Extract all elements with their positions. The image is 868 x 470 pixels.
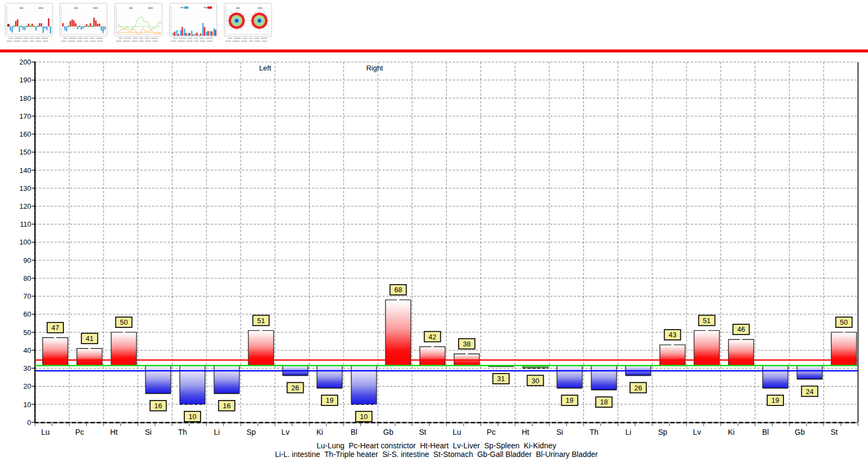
svg-text:19: 19 xyxy=(771,396,779,404)
svg-text:10: 10 xyxy=(23,401,31,409)
svg-text:Th: Th xyxy=(590,428,599,436)
svg-text:Li: Li xyxy=(626,428,632,436)
svg-text:160: 160 xyxy=(20,130,31,138)
svg-text:140: 140 xyxy=(20,166,31,175)
svg-text:170: 170 xyxy=(20,112,31,120)
svg-text:10: 10 xyxy=(360,413,368,421)
svg-text:90: 90 xyxy=(23,256,31,265)
svg-text:68: 68 xyxy=(394,286,402,294)
svg-text:Th: Th xyxy=(178,428,187,436)
svg-text:St: St xyxy=(831,428,838,436)
svg-text:Si: Si xyxy=(556,428,563,436)
svg-text:20: 20 xyxy=(23,382,31,390)
svg-text:Gb: Gb xyxy=(795,428,805,436)
svg-text:180: 180 xyxy=(20,94,31,102)
svg-text:42: 42 xyxy=(428,333,436,341)
svg-text:18: 18 xyxy=(600,398,608,406)
svg-text:24: 24 xyxy=(806,388,813,396)
svg-text:30: 30 xyxy=(531,377,539,385)
svg-text:Bl: Bl xyxy=(351,428,357,436)
svg-text:Lv: Lv xyxy=(693,428,701,436)
svg-text:120: 120 xyxy=(20,202,31,210)
svg-text:Right: Right xyxy=(366,64,383,72)
svg-text:Li: Li xyxy=(214,428,220,436)
svg-text:Sp: Sp xyxy=(658,428,667,436)
svg-text:St: St xyxy=(419,428,426,436)
svg-text:Ht: Ht xyxy=(110,428,118,436)
svg-text:Gb: Gb xyxy=(383,428,394,436)
svg-text:Ki: Ki xyxy=(728,428,734,436)
svg-text:26: 26 xyxy=(291,384,299,392)
svg-text:Sp: Sp xyxy=(247,428,256,436)
svg-text:Left: Left xyxy=(259,64,271,72)
svg-text:Si: Si xyxy=(145,428,151,436)
svg-text:16: 16 xyxy=(223,402,230,410)
svg-text:Ki: Ki xyxy=(316,428,323,436)
svg-text:50: 50 xyxy=(840,318,847,326)
svg-text:Bl: Bl xyxy=(762,428,769,436)
svg-text:50: 50 xyxy=(23,329,31,337)
svg-text:200: 200 xyxy=(20,58,31,66)
svg-text:47: 47 xyxy=(52,324,59,332)
svg-text:16: 16 xyxy=(154,402,162,410)
svg-text:Lu: Lu xyxy=(41,428,50,436)
svg-text:80: 80 xyxy=(23,274,31,282)
svg-text:110: 110 xyxy=(20,220,31,228)
svg-text:130: 130 xyxy=(20,184,31,192)
svg-text:46: 46 xyxy=(737,325,745,333)
svg-text:10: 10 xyxy=(189,413,196,421)
svg-text:26: 26 xyxy=(634,384,642,392)
svg-text:Ht: Ht xyxy=(522,428,529,436)
svg-text:100: 100 xyxy=(20,238,31,246)
svg-text:31: 31 xyxy=(497,375,505,383)
svg-text:60: 60 xyxy=(23,310,31,318)
svg-text:Lu: Lu xyxy=(453,428,461,436)
svg-text:190: 190 xyxy=(20,76,31,84)
svg-text:19: 19 xyxy=(565,396,573,404)
svg-text:Lu-Lung Pc-Heart constrictor: Lu-Lung Pc-Heart constrictor Ht-Heart Lv… xyxy=(317,441,556,450)
svg-text:38: 38 xyxy=(463,340,471,348)
svg-text:0: 0 xyxy=(27,419,31,427)
svg-text:Pc: Pc xyxy=(75,428,84,436)
svg-text:40: 40 xyxy=(23,346,31,355)
svg-text:41: 41 xyxy=(86,334,93,343)
svg-text:19: 19 xyxy=(326,396,333,404)
svg-text:50: 50 xyxy=(120,318,127,326)
svg-text:Lv: Lv xyxy=(281,428,290,436)
svg-text:51: 51 xyxy=(703,317,710,325)
svg-text:Pc: Pc xyxy=(487,428,496,436)
svg-text:43: 43 xyxy=(668,331,676,339)
svg-text:51: 51 xyxy=(257,317,265,325)
svg-text:150: 150 xyxy=(20,148,31,156)
svg-text:70: 70 xyxy=(23,292,31,300)
svg-text:Li-L. intestine Th-Triple hea: Li-L. intestine Th-Triple heater Si-S. i… xyxy=(275,450,598,459)
svg-text:30: 30 xyxy=(23,364,31,372)
